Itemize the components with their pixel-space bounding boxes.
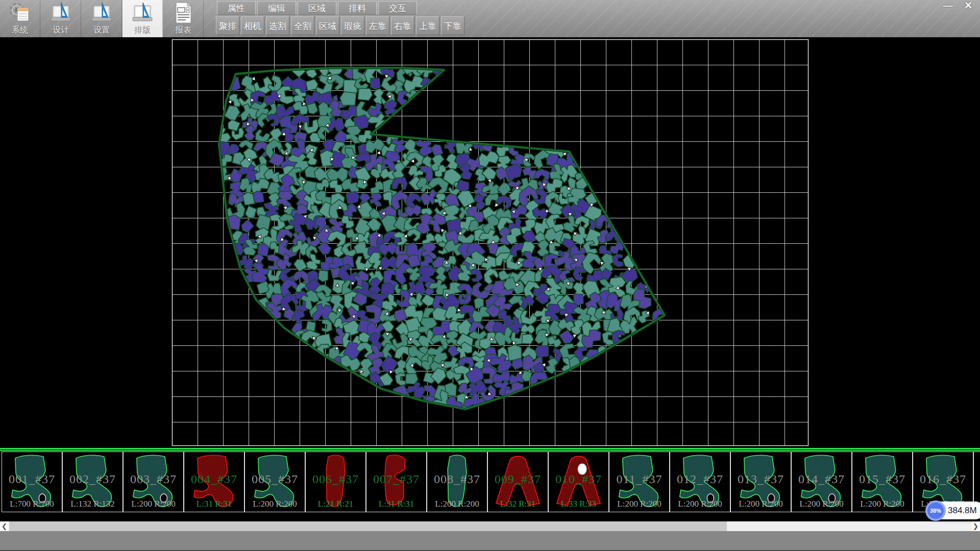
tool-region[interactable]: 区域: [316, 16, 339, 35]
thumbnail-cell[interactable]: 002_#37 L:132 R:132: [62, 452, 123, 512]
system-gear-icon: [8, 2, 32, 24]
piece-lr-label: L:200 R:200: [427, 499, 487, 509]
tool-align-bottom[interactable]: 下靠: [441, 16, 464, 35]
piece-lr-label: L:200 R:200: [852, 499, 912, 509]
scrollbar-thumb[interactable]: [9, 521, 727, 531]
piece-id-label: 014_#37: [792, 472, 851, 486]
close-button[interactable]: ✕: [961, 0, 976, 12]
piece-lr-label: L:31 R:31: [184, 499, 244, 509]
tool-button-row: 聚排 相机 选割 全割 区域 瑕疵 左靠 右靠 上靠 下靠: [216, 16, 464, 35]
nav-settings-label: 设置: [93, 24, 110, 36]
app-window: 系统 设计 设置: [0, 0, 980, 551]
menu-tab-nesting[interactable]: 排料: [338, 1, 377, 15]
menu-tab-row: 属性 编辑 区域 排料 交互: [217, 1, 417, 15]
piece-id-label: 008_#37: [427, 472, 487, 486]
memory-badge: 38% 384.8M: [926, 502, 980, 519]
nav-design-label: 设计: [53, 24, 69, 36]
ribbon-toolbar: 系统 设计 设置: [0, 0, 980, 37]
settings-ruler-icon: [90, 2, 113, 24]
piece-lr-label: L:200 R:200: [124, 499, 183, 509]
tool-cut-all[interactable]: 全割: [291, 16, 314, 35]
piece-thumbnail-strip: 001_#37 L:700 R:700 002_#37 L:132 R:132 …: [0, 448, 980, 521]
piece-lr-label: L:700 R:700: [2, 499, 62, 509]
thumbnail-cell[interactable]: 008_#37 L:200 R:200: [427, 452, 487, 512]
tool-defect[interactable]: 瑕疵: [341, 16, 364, 35]
tool-align-top[interactable]: 上靠: [416, 16, 439, 35]
nav-design[interactable]: 设计: [41, 0, 81, 37]
strip-separator-line2: [0, 450, 980, 451]
report-doc-icon: [172, 2, 195, 24]
piece-lr-label: L:200 R:200: [670, 499, 730, 509]
piece-lr-label: L:33 R:33: [549, 499, 608, 509]
piece-id-label: 004_#37: [184, 472, 244, 486]
thumbnail-cell[interactable]: 005_#37 L:200 R:200: [244, 452, 305, 512]
status-bar: [0, 531, 980, 551]
thumbnail-row: 001_#37 L:700 R:700 002_#37 L:132 R:132 …: [2, 452, 980, 512]
horizontal-scrollbar[interactable]: ❮ ❯: [0, 521, 980, 531]
piece-lr-label: L:32 R:31: [488, 499, 548, 509]
piece-id-label: 009_#37: [488, 472, 548, 486]
piece-lr-label: L:200 R:200: [792, 499, 851, 509]
menu-tab-region[interactable]: 区域: [298, 1, 336, 15]
nav-report[interactable]: 报表: [163, 0, 204, 37]
thumbnail-cell[interactable]: 011_#37 L:200 R:200: [609, 452, 670, 512]
piece-lr-label: L:132 R:132: [63, 499, 122, 509]
piece-id-label: 002_#37: [63, 472, 122, 486]
nav-layout-label: 排版: [134, 24, 151, 36]
tool-cut-selected[interactable]: 选割: [266, 16, 289, 35]
nav-layout[interactable]: 排版: [122, 0, 163, 37]
nesting-canvas[interactable]: [0, 37, 980, 448]
menu-tab-interactive[interactable]: 交互: [378, 1, 417, 15]
strip-separator-line: [0, 448, 980, 449]
piece-id-label: 005_#37: [245, 472, 305, 486]
nav-system-label: 系统: [12, 24, 28, 36]
thumbnail-cell[interactable]: 003_#37 L:200 R:200: [123, 452, 184, 512]
tool-align-left[interactable]: 左靠: [366, 16, 389, 35]
thumbnail-cell[interactable]: 006_#37 L:21 R:21: [305, 452, 366, 512]
thumbnail-cell[interactable]: 001_#37 L:700 R:700: [2, 452, 62, 512]
thumbnail-cell[interactable]: 015_#37 L:200 R:200: [852, 452, 913, 512]
thumbnail-cell[interactable]: 009_#37 L:32 R:31: [487, 452, 548, 512]
memory-size: 384.8M: [948, 506, 977, 516]
nav-system[interactable]: 系统: [0, 0, 40, 37]
piece-id-label: 013_#37: [731, 472, 791, 486]
tool-align-right[interactable]: 右靠: [391, 16, 414, 35]
piece-id-label: 006_#37: [306, 472, 365, 486]
thumbnail-cell[interactable]: 013_#37 L:200 R:200: [730, 452, 791, 512]
piece-id-label: 015_#37: [852, 472, 912, 486]
piece-id-label: 007_#37: [366, 472, 426, 486]
thumbnail-cell[interactable]: 014_#37 L:200 R:200: [791, 452, 852, 512]
thumbnail-cell[interactable]: 007_#37 L:31 R:31: [366, 452, 427, 512]
piece-lr-label: L:31 R:31: [366, 499, 426, 509]
thumbnail-cell[interactable]: 004_#37 L:31 R:31: [184, 452, 244, 512]
design-ruler-icon: [49, 2, 72, 24]
piece-id-label: 003_#37: [124, 472, 183, 486]
scroll-left-arrow-icon[interactable]: ❮: [0, 521, 9, 531]
piece-id-label: 001_#37: [2, 472, 62, 486]
piece-id-label: 012_#37: [670, 472, 730, 486]
nav-report-label: 报表: [175, 24, 191, 36]
menu-tab-edit[interactable]: 编辑: [257, 1, 296, 15]
piece-id-label: 010_#37: [549, 472, 608, 486]
window-controls: — ✕: [940, 0, 976, 12]
memory-percent: 38%: [930, 508, 941, 514]
nav-settings[interactable]: 设置: [82, 0, 122, 37]
layout-ruler-icon: [131, 2, 154, 24]
menu-tab-properties[interactable]: 属性: [217, 1, 256, 15]
piece-lr-label: L:200 R:200: [245, 499, 305, 509]
tool-camera[interactable]: 相机: [241, 16, 264, 35]
tool-cluster-nest[interactable]: 聚排: [216, 16, 239, 35]
thumbnail-cell[interactable]: 010_#37 L:33 R:33: [548, 452, 609, 512]
piece-id-label: 011_#37: [609, 472, 669, 486]
thumbnail-cell[interactable]: 012_#37 L:200 R:200: [670, 452, 730, 512]
piece-lr-label: L:200 R:200: [609, 499, 669, 509]
piece-lr-label: L:200 R:200: [731, 499, 791, 509]
minimize-button[interactable]: —: [940, 0, 955, 12]
piece-lr-label: L:21 R:21: [306, 499, 365, 509]
memory-percent-ring: 38%: [925, 500, 946, 521]
piece-id-label: 016_#37: [913, 472, 973, 486]
scroll-right-arrow-icon[interactable]: ❯: [971, 521, 980, 531]
